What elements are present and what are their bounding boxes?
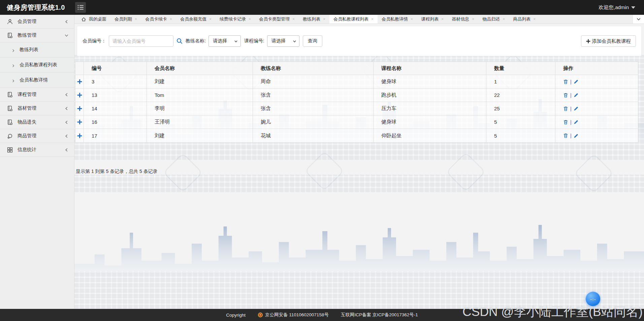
close-icon[interactable]: × bbox=[249, 17, 251, 21]
sidebar-item-product-mgmt[interactable]: 商品管理 bbox=[0, 129, 74, 143]
stamp-watermark bbox=[446, 152, 486, 192]
sidebar-item-coach-mgmt[interactable]: 教练管理 bbox=[0, 29, 74, 42]
sidebar-item-member-pt-detail[interactable]: 会员私教详情 bbox=[0, 73, 74, 88]
expand-row-icon[interactable] bbox=[75, 115, 84, 129]
close-icon[interactable]: × bbox=[411, 17, 413, 21]
chevron-down-icon bbox=[64, 33, 69, 38]
search-icon[interactable] bbox=[176, 38, 183, 44]
sidebar-item-member-pt-course-list[interactable]: 会员私教课程列表 bbox=[0, 58, 74, 73]
police-beian[interactable]: 京公网安备 11010602007158号 bbox=[258, 312, 329, 318]
tab-overflow-button[interactable] bbox=[633, 15, 644, 24]
expand-row-icon[interactable] bbox=[75, 129, 84, 142]
tab-card-renew[interactable]: 会员卡续卡 × bbox=[141, 15, 176, 24]
close-icon[interactable]: × bbox=[209, 17, 212, 21]
mosaic-texture bbox=[74, 175, 644, 192]
sidebar: 会员管理 教练管理 教练列表 会员私教课程列表 会员私教详情 课程管 bbox=[0, 15, 74, 309]
cell-id: 13 bbox=[84, 88, 147, 102]
expand-row-icon[interactable] bbox=[75, 102, 84, 115]
cell-qty: 1 bbox=[486, 75, 555, 88]
tab-label: 我的桌面 bbox=[89, 16, 106, 22]
tab-label: 教练列表 bbox=[303, 16, 320, 22]
sidebar-toggle-button[interactable] bbox=[75, 2, 86, 13]
welcome-text: 欢迎您,admin bbox=[599, 4, 629, 11]
table-header-row: 编号 会员名称 教练名称 课程名称 数量 操作 bbox=[75, 62, 638, 75]
edit-icon[interactable] bbox=[574, 79, 579, 84]
tab-renew-records[interactable]: 续费续卡记录 × bbox=[216, 15, 255, 24]
close-icon[interactable]: × bbox=[472, 17, 474, 21]
user-menu[interactable]: 欢迎您,admin bbox=[599, 4, 635, 11]
cell-coach: 周命 bbox=[253, 75, 374, 88]
tab-member-pt-course-list[interactable]: 会员私教课程列表 × bbox=[329, 15, 378, 24]
sidebar-item-label: 会员管理 bbox=[18, 19, 36, 25]
tab-label: 商品列表 bbox=[513, 16, 530, 22]
delete-icon[interactable] bbox=[563, 119, 568, 125]
sidebar-item-member-mgmt[interactable]: 会员管理 bbox=[0, 15, 74, 29]
close-icon[interactable]: × bbox=[533, 17, 536, 21]
search-button[interactable]: 查询 bbox=[303, 35, 322, 47]
close-icon[interactable]: × bbox=[323, 17, 325, 21]
expand-row-icon[interactable] bbox=[75, 75, 84, 88]
tab-product-list[interactable]: 商品列表 × bbox=[509, 15, 540, 24]
delete-icon[interactable] bbox=[563, 106, 568, 111]
cell-actions: | bbox=[555, 115, 638, 129]
main-area: 我的桌面 会员到期 × 会员卡续卡 × 会员余额充值 × 续费续卡记录 × 会员… bbox=[74, 15, 644, 309]
icp-beian[interactable]: 互联网ICP备案 京ICP备20017362号-1 bbox=[341, 312, 418, 318]
edit-icon[interactable] bbox=[574, 133, 579, 138]
delete-icon[interactable] bbox=[563, 79, 568, 84]
close-icon[interactable]: × bbox=[441, 17, 444, 21]
sidebar-item-equipment-mgmt[interactable]: 器材管理 bbox=[0, 102, 74, 115]
coach-select[interactable]: 请选择 bbox=[208, 35, 241, 47]
add-button-label: 添加会员私教课程 bbox=[592, 38, 631, 44]
chevron-right-icon bbox=[11, 48, 15, 52]
sidebar-item-label: 会员私教详情 bbox=[20, 77, 48, 83]
add-member-pt-course-button[interactable]: 添加会员私教课程 bbox=[581, 35, 636, 47]
tab-course-list[interactable]: 课程列表 × bbox=[417, 15, 448, 24]
tab-equipment-info[interactable]: 器材信息 × bbox=[448, 15, 478, 24]
sidebar-item-course-mgmt[interactable]: 课程管理 bbox=[0, 88, 74, 102]
chevron-left-icon bbox=[64, 20, 69, 24]
expand-row-icon[interactable] bbox=[75, 88, 84, 102]
tab-item-return[interactable]: 物品归还 × bbox=[478, 15, 509, 24]
close-icon[interactable]: × bbox=[371, 17, 374, 21]
close-icon[interactable]: × bbox=[292, 17, 295, 21]
chevron-left-icon bbox=[64, 106, 69, 111]
tab-my-desktop[interactable]: 我的桌面 bbox=[77, 15, 110, 24]
sidebar-item-lost-items[interactable]: 物品遗失 bbox=[0, 115, 74, 129]
column-header: 操作 bbox=[555, 62, 638, 75]
tab-card-type-mgmt[interactable]: 会员卡类型管理 × bbox=[255, 15, 299, 24]
file-icon bbox=[7, 32, 13, 39]
course-select[interactable]: 请选择 bbox=[267, 35, 299, 47]
clock-widget[interactable]: --:-- bbox=[585, 291, 601, 307]
close-icon[interactable]: × bbox=[135, 17, 137, 21]
stamp-watermark bbox=[304, 151, 345, 191]
delete-icon[interactable] bbox=[563, 133, 568, 138]
cell-member: Tom bbox=[147, 88, 253, 102]
table-row: 17 刘建 花城 仰卧起坐 5 | bbox=[75, 129, 638, 142]
tab-label: 续费续卡记录 bbox=[220, 16, 246, 22]
cell-coach: 张含 bbox=[253, 102, 374, 115]
member-no-input[interactable] bbox=[109, 35, 173, 47]
cell-coach: 花城 bbox=[253, 129, 374, 142]
chevron-down-icon bbox=[636, 17, 641, 22]
sidebar-item-coach-list[interactable]: 教练列表 bbox=[0, 42, 74, 58]
tab-member-expire[interactable]: 会员到期 × bbox=[110, 15, 141, 24]
sidebar-item-label: 教练列表 bbox=[20, 47, 38, 53]
file-icon bbox=[7, 92, 13, 98]
cell-course: 健身球 bbox=[374, 115, 486, 129]
close-icon[interactable]: × bbox=[170, 17, 172, 21]
bag-icon bbox=[7, 133, 13, 139]
tab-balance-recharge[interactable]: 会员余额充值 × bbox=[176, 15, 216, 24]
edit-icon[interactable] bbox=[574, 93, 579, 98]
clock-value: --:-- bbox=[590, 297, 596, 301]
edit-icon[interactable] bbox=[574, 106, 579, 111]
action-separator: | bbox=[570, 79, 572, 84]
hamburger-icon bbox=[77, 5, 84, 10]
close-icon[interactable]: × bbox=[503, 17, 505, 21]
tab-member-pt-detail[interactable]: 会员私教详情 × bbox=[378, 15, 417, 24]
sidebar-item-info-stats[interactable]: 信息统计 bbox=[0, 143, 74, 157]
search-button-label: 查询 bbox=[308, 38, 317, 44]
cell-member: 刘建 bbox=[147, 75, 253, 88]
edit-icon[interactable] bbox=[574, 119, 579, 124]
tab-coach-list[interactable]: 教练列表 × bbox=[299, 15, 329, 24]
delete-icon[interactable] bbox=[563, 93, 568, 98]
